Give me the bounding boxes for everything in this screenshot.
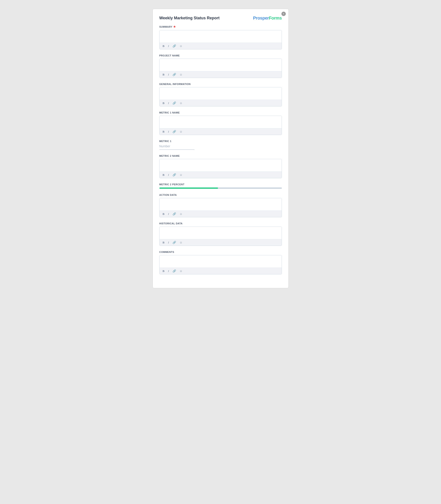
input-historical-data[interactable]: [159, 227, 282, 238]
emoji-button-general-info[interactable]: ☺: [179, 101, 183, 105]
bold-button-metric1-name[interactable]: B: [162, 130, 166, 133]
link-button-project-name[interactable]: 🔗: [172, 73, 177, 76]
link-button-metric2-name[interactable]: 🔗: [172, 173, 177, 177]
field-general-information: GENERAL INFORMATION B I 🔗 ☺: [159, 83, 282, 107]
brand-forms: Forms: [269, 16, 282, 21]
link-button-historical-data[interactable]: 🔗: [172, 241, 177, 244]
input-comments[interactable]: [159, 255, 282, 267]
label-comments: COMMENTS: [159, 251, 282, 253]
emoji-button-project-name[interactable]: ☺: [179, 73, 183, 76]
italic-button-historical-data[interactable]: I: [167, 241, 170, 244]
input-project-name[interactable]: [159, 59, 282, 70]
emoji-button-metric2-name[interactable]: ☺: [179, 173, 183, 177]
label-metric1-name: METRIC 1 NAME: [159, 111, 282, 114]
italic-button-metric1-name[interactable]: I: [167, 130, 170, 133]
label-metric1: METRIC 1: [159, 140, 282, 142]
field-metric1-name: METRIC 1 NAME B I 🔗 ☺: [159, 111, 282, 135]
close-button[interactable]: ×: [282, 12, 286, 16]
bold-button-action-data[interactable]: B: [162, 212, 166, 216]
editor-summary: B I 🔗 ☺: [159, 30, 282, 49]
link-button-comments[interactable]: 🔗: [172, 269, 177, 273]
required-star-summary: ★: [173, 25, 176, 28]
progress-container: [159, 188, 282, 189]
bold-button-metric2-name[interactable]: B: [162, 173, 166, 177]
editor-comments: B I 🔗 ☺: [159, 255, 282, 274]
input-general-information[interactable]: [159, 87, 282, 99]
close-icon: ×: [283, 13, 284, 15]
field-metric2-name: METRIC 2 NAME B I 🔗 ☺: [159, 155, 282, 178]
toolbar-comments: B I 🔗 ☺: [159, 268, 282, 274]
form-header: Weekly Marketing Status Report Prosper F…: [159, 16, 282, 21]
emoji-button-action-data[interactable]: ☺: [179, 212, 183, 216]
toolbar-historical-data: B I 🔗 ☺: [159, 239, 282, 246]
italic-button-project-name[interactable]: I: [167, 73, 170, 76]
metric1-input-wrapper: [159, 144, 194, 150]
input-metric1-name[interactable]: [159, 116, 282, 127]
label-historical-data: HISTORICAL DATA: [159, 222, 282, 225]
label-action-data: ACTION DATA: [159, 194, 282, 196]
field-summary: SUMMARY ★ B I 🔗 ☺: [159, 25, 282, 49]
italic-button-general-info[interactable]: I: [167, 101, 170, 105]
bold-button-historical-data[interactable]: B: [162, 241, 166, 244]
label-project-name: PROJECT NAME: [159, 54, 282, 57]
input-metric2-name[interactable]: [159, 159, 282, 171]
italic-button-action-data[interactable]: I: [167, 212, 170, 216]
editor-project-name: B I 🔗 ☺: [159, 59, 282, 78]
italic-button-metric2-name[interactable]: I: [167, 173, 170, 177]
italic-button-summary[interactable]: I: [167, 44, 170, 48]
editor-action-data: B I 🔗 ☺: [159, 198, 282, 217]
toolbar-summary: B I 🔗 ☺: [159, 43, 282, 49]
toolbar-metric1-name: B I 🔗 ☺: [159, 128, 282, 135]
emoji-button-historical-data[interactable]: ☺: [179, 241, 183, 244]
label-metric2-name: METRIC 2 NAME: [159, 155, 282, 157]
toolbar-action-data: B I 🔗 ☺: [159, 210, 282, 217]
link-button-action-data[interactable]: 🔗: [172, 212, 177, 216]
link-button-general-info[interactable]: 🔗: [172, 101, 177, 105]
bold-button-project-name[interactable]: B: [162, 73, 166, 76]
field-project-name: PROJECT NAME B I 🔗 ☺: [159, 54, 282, 78]
label-general-information: GENERAL INFORMATION: [159, 83, 282, 85]
field-comments: COMMENTS B I 🔗 ☺: [159, 251, 282, 274]
link-button-metric1-name[interactable]: 🔗: [172, 130, 177, 133]
toolbar-general-information: B I 🔗 ☺: [159, 100, 282, 106]
field-metric2-percent: METRIC 2 PERCENT: [159, 183, 282, 189]
editor-metric2-name: B I 🔗 ☺: [159, 159, 282, 178]
emoji-button-summary[interactable]: ☺: [179, 44, 183, 48]
input-summary[interactable]: [159, 30, 282, 42]
field-action-data: ACTION DATA B I 🔗 ☺: [159, 194, 282, 217]
bold-button-comments[interactable]: B: [162, 269, 166, 273]
toolbar-project-name: B I 🔗 ☺: [159, 71, 282, 78]
label-summary: SUMMARY ★: [159, 25, 282, 28]
brand-logo: Prosper Forms: [253, 16, 282, 21]
bold-button-summary[interactable]: B: [162, 44, 166, 48]
input-action-data[interactable]: [159, 198, 282, 210]
editor-metric1-name: B I 🔗 ☺: [159, 116, 282, 135]
form-title: Weekly Marketing Status Report: [159, 16, 220, 21]
input-metric1[interactable]: [159, 144, 194, 148]
field-historical-data: HISTORICAL DATA B I 🔗 ☺: [159, 222, 282, 246]
progress-fill: [159, 188, 218, 189]
editor-historical-data: B I 🔗 ☺: [159, 227, 282, 246]
link-button-summary[interactable]: 🔗: [172, 44, 177, 48]
bold-button-general-info[interactable]: B: [162, 101, 166, 105]
label-metric2-percent: METRIC 2 PERCENT: [159, 183, 282, 186]
italic-button-comments[interactable]: I: [167, 269, 170, 273]
brand-prosper: Prosper: [253, 16, 269, 21]
progress-track: [159, 188, 282, 189]
toolbar-metric2-name: B I 🔗 ☺: [159, 172, 282, 178]
editor-general-information: B I 🔗 ☺: [159, 87, 282, 107]
emoji-button-metric1-name[interactable]: ☺: [179, 130, 183, 133]
form-container: × Weekly Marketing Status Report Prosper…: [153, 9, 289, 288]
emoji-button-comments[interactable]: ☺: [179, 269, 183, 273]
field-metric1: METRIC 1: [159, 140, 282, 150]
